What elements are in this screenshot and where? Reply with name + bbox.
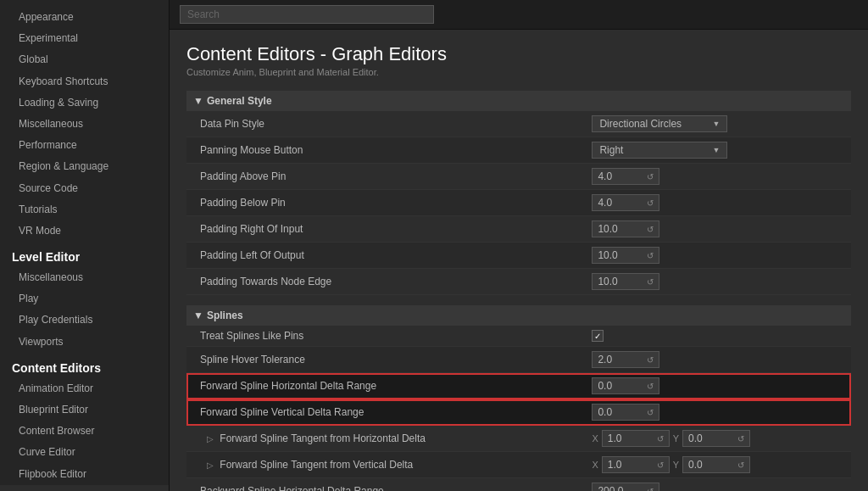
section-splines-header[interactable]: ▼ Splines [186, 305, 851, 326]
row-label: Padding Above Pin [186, 164, 585, 190]
y-label: Y [673, 433, 679, 444]
reset-icon[interactable]: ↺ [647, 225, 654, 234]
sidebar-item-animation-editor[interactable]: Animation Editor [0, 378, 169, 399]
value-text: 0.0 [688, 432, 703, 444]
row-value[interactable]: X 1.0 ↺ Y 0.0 ↺ [585, 452, 851, 478]
x-value-input[interactable]: 1.0 ↺ [602, 456, 670, 473]
row-label: Backward Spline Horizontal Delta Range [186, 478, 585, 492]
reset-icon[interactable]: ↺ [647, 487, 654, 492]
sidebar-item-vr-mode[interactable]: VR Mode [0, 220, 169, 242]
sidebar-item-play[interactable]: Play [0, 288, 169, 310]
data-pin-style-dropdown[interactable]: Directional Circles ▼ [592, 115, 727, 132]
row-value[interactable]: 0.0 ↺ [585, 399, 851, 426]
reset-icon[interactable]: ↺ [647, 172, 654, 181]
row-value[interactable]: Directional Circles ▼ [585, 111, 851, 137]
x-label: X [592, 433, 598, 444]
sidebar-item-graph-editors[interactable]: ▶ Graph Editors [0, 485, 169, 491]
search-input[interactable] [180, 5, 434, 24]
row-value[interactable]: 10.0 ↺ [585, 269, 851, 295]
row-value[interactable]: 4.0 ↺ [585, 190, 851, 216]
row-value[interactable]: 4.0 ↺ [585, 164, 851, 190]
sidebar-section-content-editors: Content Editors [0, 353, 169, 378]
main-content: Content Editors - Graph Editors Customiz… [170, 0, 868, 491]
general-style-table: Data Pin Style Directional Circles ▼ Pan… [186, 111, 851, 295]
value-text: 1.0 [608, 432, 622, 444]
sidebar-item-viewports[interactable]: Viewports [0, 332, 169, 353]
padding-towards-node-edge-input[interactable]: 10.0 ↺ [592, 273, 659, 290]
section-general-style-header[interactable]: ▼ General Style [186, 91, 851, 111]
dropdown-value: Directional Circles [599, 118, 682, 130]
content-area: Content Editors - Graph Editors Customiz… [170, 30, 868, 491]
sidebar-item-appearance[interactable]: Appearance [0, 7, 169, 28]
section-collapse-icon: ▼ [193, 95, 203, 107]
table-row: Backward Spline Horizontal Delta Range 2… [186, 478, 851, 492]
sidebar-item-region-language[interactable]: Region & Language [0, 156, 169, 177]
table-row: Padding Left Of Output 10.0 ↺ [186, 243, 851, 269]
y-value-input[interactable]: 0.0 ↺ [682, 430, 750, 447]
fwd-spline-vert-delta-input[interactable]: 0.0 ↺ [592, 404, 659, 421]
splines-table: Treat Splines Like Pins Spline Hover Tol… [186, 326, 851, 491]
value-text: 10.0 [598, 249, 617, 261]
sidebar-item-loading-saving[interactable]: Loading & Saving [0, 92, 169, 114]
y-value-input[interactable]: 0.0 ↺ [682, 456, 750, 473]
sidebar-item-performance[interactable]: Performance [0, 135, 169, 156]
padding-right-of-input-field[interactable]: 10.0 ↺ [592, 220, 659, 237]
search-bar [170, 0, 868, 30]
row-label: Data Pin Style [186, 111, 585, 137]
sidebar-item-content-browser[interactable]: Content Browser [0, 421, 169, 442]
panning-mouse-button-dropdown[interactable]: Right ▼ [592, 142, 727, 159]
expand-icon: ▷ [207, 460, 214, 470]
row-value[interactable] [585, 326, 851, 347]
padding-left-of-output-input[interactable]: 10.0 ↺ [592, 247, 659, 264]
value-text: 10.0 [598, 223, 617, 235]
treat-splines-checkbox[interactable] [592, 330, 604, 342]
row-label: Padding Right Of Input [186, 216, 585, 243]
reset-icon[interactable]: ↺ [647, 408, 654, 417]
x-value-input[interactable]: 1.0 ↺ [602, 430, 670, 447]
row-value[interactable]: 200.0 ↺ [585, 478, 851, 492]
sidebar-item-global[interactable]: Global [0, 49, 169, 70]
padding-below-pin-input[interactable]: 4.0 ↺ [592, 194, 659, 211]
row-value[interactable]: 10.0 ↺ [585, 243, 851, 269]
padding-above-pin-input[interactable]: 4.0 ↺ [592, 168, 659, 185]
row-label: ▷ Forward Spline Tangent from Vertical D… [186, 452, 585, 478]
sidebar-item-blueprint-editor[interactable]: Blueprint Editor [0, 399, 169, 421]
reset-icon[interactable]: ↺ [647, 382, 654, 391]
sidebar-item-miscellaneous-level[interactable]: Miscellaneous [0, 267, 169, 288]
sidebar-item-flipbook-editor[interactable]: Flipbook Editor [0, 464, 169, 485]
expand-icon: ▷ [207, 434, 214, 444]
reset-icon[interactable]: ↺ [647, 251, 654, 260]
sidebar-item-tutorials[interactable]: Tutorials [0, 199, 169, 220]
section-splines-label: Splines [207, 310, 243, 321]
reset-icon[interactable]: ↺ [647, 277, 654, 287]
table-row: Padding Right Of Input 10.0 ↺ [186, 216, 851, 243]
sidebar-item-play-credentials[interactable]: Play Credentials [0, 310, 169, 331]
row-value[interactable]: X 1.0 ↺ Y 0.0 ↺ [585, 426, 851, 452]
reset-icon[interactable]: ↺ [737, 460, 744, 470]
row-value[interactable]: 2.0 ↺ [585, 347, 851, 373]
row-value[interactable]: 0.0 ↺ [585, 373, 851, 399]
sidebar-item-miscellaneous-top[interactable]: Miscellaneous [0, 114, 169, 135]
bwd-horiz-delta-input[interactable]: 200.0 ↺ [592, 483, 659, 491]
table-row: ▷ Forward Spline Tangent from Horizontal… [186, 426, 851, 452]
row-value[interactable]: 10.0 ↺ [585, 216, 851, 243]
y-label: Y [673, 460, 679, 470]
sidebar-item-experimental[interactable]: Experimental [0, 28, 169, 49]
table-row: Padding Above Pin 4.0 ↺ [186, 164, 851, 190]
row-label: Padding Towards Node Edge [186, 269, 585, 295]
sidebar-item-curve-editor[interactable]: Curve Editor [0, 442, 169, 463]
section-collapse-icon: ▼ [193, 310, 203, 321]
reset-icon[interactable]: ↺ [657, 460, 664, 470]
reset-icon[interactable]: ↺ [657, 434, 664, 444]
row-label: Padding Left Of Output [186, 243, 585, 269]
spline-hover-tolerance-input[interactable]: 2.0 ↺ [592, 351, 659, 368]
row-value[interactable]: Right ▼ [585, 137, 851, 164]
table-row: Treat Splines Like Pins [186, 326, 851, 347]
reset-icon[interactable]: ↺ [647, 198, 654, 208]
reset-icon[interactable]: ↺ [647, 355, 654, 365]
reset-icon[interactable]: ↺ [737, 434, 744, 444]
value-text: 0.0 [688, 459, 703, 471]
sidebar-item-source-code[interactable]: Source Code [0, 178, 169, 199]
sidebar-item-keyboard-shortcuts[interactable]: Keyboard Shortcuts [0, 71, 169, 92]
fwd-spline-horiz-delta-input[interactable]: 0.0 ↺ [592, 377, 659, 394]
